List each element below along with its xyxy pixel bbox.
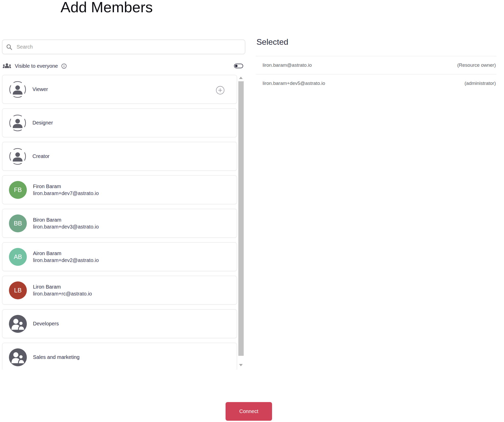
scroll-down-icon[interactable] [239, 364, 243, 366]
group-label: Developers [33, 321, 59, 327]
avatar: FB [9, 181, 27, 199]
group-label: Sales and marketing [33, 354, 79, 360]
visibility-toggle[interactable] [234, 64, 243, 68]
people-group-icon [9, 348, 27, 366]
role-label: Creator [32, 153, 50, 159]
role-label: Designer [32, 120, 53, 126]
connect-button[interactable]: Connect [226, 402, 272, 421]
visibility-label: Visible to everyone [15, 63, 58, 69]
user-name: Biron Baram [33, 216, 99, 223]
selected-email: liron.baram@astrato.io [263, 62, 312, 68]
scrollbar[interactable] [238, 74, 244, 370]
search-input[interactable] [16, 44, 241, 50]
user-email: liron.baram+dev3@astrato.io [33, 223, 99, 230]
user-email: liron.baram+rc@astrato.io [33, 290, 92, 297]
user-name: Liron Baram [33, 283, 92, 290]
list-item-user[interactable]: FB Firon Baram liron.baram+dev7@astrato.… [2, 175, 237, 204]
add-icon[interactable] [216, 86, 225, 95]
groups-icon [3, 63, 11, 69]
selected-role: (Resource owner) [457, 62, 496, 68]
user-email: liron.baram+dev7@astrato.io [33, 190, 99, 197]
list-item-user[interactable]: BB Biron Baram liron.baram+dev3@astrato.… [2, 209, 237, 238]
selected-email: liron.baram+dev5@astrato.io [263, 81, 325, 86]
scrollbar-thumb[interactable] [238, 81, 244, 356]
members-list: Viewer Designer Creator FB Firon Baram l… [2, 74, 244, 370]
visibility-row: Visible to everyone [3, 62, 245, 70]
list-item-user[interactable]: LB Liron Baram liron.baram+rc@astrato.io [2, 276, 237, 305]
role-label: Viewer [32, 86, 48, 92]
scroll-up-icon[interactable] [239, 77, 243, 79]
list-item-designer[interactable]: Designer [2, 108, 237, 137]
person-dashed-circle-icon [9, 148, 26, 165]
avatar: LB [9, 281, 27, 299]
selected-heading: Selected [256, 37, 288, 47]
user-name: Airon Baram [33, 250, 99, 257]
page-title: Add Members [61, 0, 153, 16]
search-box[interactable] [2, 40, 245, 54]
search-icon [6, 44, 13, 50]
list-item-group[interactable]: Developers [2, 309, 237, 338]
user-name: Firon Baram [33, 183, 99, 190]
list-item-viewer[interactable]: Viewer [2, 75, 237, 104]
user-email: liron.baram+dev2@astrato.io [33, 257, 99, 264]
person-dashed-circle-icon [9, 114, 26, 132]
avatar: AB [9, 248, 27, 266]
list-item-group[interactable]: Sales and marketing [2, 343, 237, 370]
selected-row: liron.baram@astrato.io (Resource owner) [256, 56, 496, 74]
toggle-knob [235, 65, 238, 67]
selected-row: liron.baram+dev5@astrato.io (administrat… [256, 74, 496, 92]
selected-role: (administrator) [465, 81, 496, 86]
person-dashed-circle-icon [9, 81, 26, 98]
people-group-icon [9, 315, 27, 333]
avatar: BB [9, 214, 27, 232]
list-item-user[interactable]: AB Airon Baram liron.baram+dev2@astrato.… [2, 242, 237, 271]
info-icon[interactable] [61, 63, 67, 69]
list-item-creator[interactable]: Creator [2, 142, 237, 171]
